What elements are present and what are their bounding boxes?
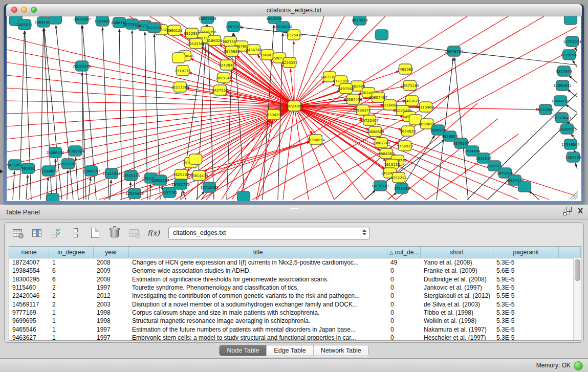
table-row[interactable]: 1456911722003Disruption of a novel membe…	[9, 300, 581, 308]
new-column-button[interactable]	[89, 226, 102, 239]
table-row[interactable]: 1830029562008Estimation of significance …	[9, 275, 581, 283]
graph-node[interactable]: 9875685	[224, 46, 239, 56]
graph-node[interactable]: 16648784	[445, 46, 463, 56]
graph-node[interactable]: 18807249	[372, 138, 390, 148]
table-row[interactable]: 2242004622012Investigating the contribut…	[9, 292, 581, 300]
scrollbar-thumb[interactable]	[575, 259, 580, 281]
column-header-short[interactable]: short	[421, 247, 493, 258]
graph-node[interactable]: 9227349	[556, 66, 572, 76]
graph-node[interactable]: 16914479	[190, 170, 208, 181]
graph-node[interactable]: 1167533	[565, 152, 581, 162]
graph-node[interactable]: 15718485	[200, 182, 219, 192]
graph-node[interactable]: 8960128	[166, 25, 182, 35]
graph-node[interactable]: 15720407	[360, 115, 379, 125]
table-mode-button[interactable]	[11, 226, 24, 239]
show-columns-button[interactable]	[30, 226, 43, 239]
graph-node[interactable]: 1527602	[94, 16, 110, 26]
graph-node[interactable]: 15751074	[563, 36, 581, 47]
graph-node[interactable]: 16033809	[198, 16, 216, 24]
graph-node[interactable]: 8252254	[390, 172, 407, 183]
network-canvas[interactable]: 1872400718300295193845547963822896012889…	[7, 16, 581, 201]
graph-node[interactable]: 2405574	[16, 19, 33, 30]
graph-node[interactable]: 7986372	[355, 105, 371, 115]
graph-node[interactable]: 12093832	[553, 80, 572, 91]
table-row[interactable]: 1872400712008Changes of HCN gene express…	[9, 258, 581, 267]
table-row[interactable]: 969969511998Structural magnetic resonanc…	[9, 317, 581, 325]
graph-node[interactable]	[237, 191, 250, 201]
graph-node[interactable]: 10958107	[151, 175, 169, 185]
graph-node[interactable]	[518, 182, 531, 192]
graph-node[interactable]: 8186328	[206, 35, 222, 46]
column-header-name[interactable]: name	[9, 247, 49, 258]
network-select-dropdown[interactable]: citations_edges.txt	[168, 227, 370, 239]
graph-node[interactable]: 2803144	[215, 73, 232, 83]
panel-drag-grip[interactable]	[290, 206, 298, 209]
graph-node[interactable]: 17359924	[66, 146, 84, 156]
column-header-out_de[interactable]: △out_de...	[387, 247, 421, 258]
graph-node[interactable]: 16543382	[187, 38, 205, 49]
graph-node[interactable]: 18300295	[265, 110, 283, 120]
graph-node[interactable]: 9457791	[161, 187, 177, 198]
network-window-titlebar[interactable]: citations_edges.txt	[6, 4, 582, 16]
table-row[interactable]: 1938455462009Genome-wide association stu…	[9, 267, 581, 275]
row-options-button[interactable]	[69, 226, 82, 239]
zoom-window-button[interactable]	[31, 7, 37, 13]
graph-node[interactable]: 8215358	[537, 104, 553, 115]
graph-node[interactable]: 1733426	[394, 183, 410, 193]
close-panel-icon[interactable]: X	[578, 207, 583, 215]
network-graph[interactable]: 1872400718300295193845547963822896012889…	[7, 16, 581, 201]
graph-node[interactable]: 7615526	[146, 23, 162, 33]
graph-node[interactable]: 12213389	[171, 82, 189, 92]
graph-node[interactable]: 7485063	[397, 64, 413, 74]
graph-node[interactable]: 17016504	[561, 139, 580, 149]
graph-node[interactable]: 9329966	[561, 50, 577, 60]
graph-node[interactable]: 8427552	[212, 85, 228, 95]
graph-node[interactable]: 8813014	[352, 16, 368, 25]
graph-node[interactable]: 15692971	[558, 124, 576, 134]
graph-node[interactable]	[564, 16, 577, 25]
delete-column-button[interactable]	[108, 226, 121, 239]
table-row[interactable]: 946362711997Embryonic stem cells: a mode…	[9, 334, 581, 341]
graph-node[interactable]: 13942757	[82, 166, 100, 176]
graph-node[interactable]: 20206576	[46, 147, 64, 158]
graph-node[interactable]: 9115460	[418, 102, 433, 112]
column-header-in_degree[interactable]: in_degree	[49, 247, 94, 258]
graph-node[interactable]: 9242848	[219, 60, 234, 70]
graph-node[interactable]: 10653287	[73, 16, 91, 24]
graph-node[interactable]: 8220357	[281, 57, 297, 68]
graph-node[interactable]	[189, 154, 202, 164]
graph-node[interactable]	[172, 53, 185, 63]
graph-node[interactable]: 2718176	[175, 65, 191, 76]
float-window-icon[interactable]	[563, 207, 572, 215]
graph-node[interactable]: 12975185	[401, 80, 419, 91]
graph-node[interactable]: 14136141	[371, 181, 389, 191]
graph-node[interactable]: 7625402	[173, 169, 189, 180]
tab-node-table[interactable]: Node Table	[220, 345, 267, 356]
tab-network-table[interactable]: Network Table	[314, 345, 368, 356]
table-row[interactable]: 946554611997Estimation of the future num…	[9, 325, 581, 333]
graph-node[interactable]: 6497568	[338, 83, 354, 94]
tab-edge-table[interactable]: Edge Table	[267, 345, 313, 356]
graph-node[interactable]: 391591	[21, 163, 35, 173]
import-table-button[interactable]	[127, 226, 141, 239]
graph-node[interactable]	[47, 193, 59, 201]
column-header-year[interactable]: year	[94, 247, 129, 258]
graph-node[interactable]	[376, 30, 388, 40]
column-header-title[interactable]: title	[129, 247, 387, 258]
graph-node[interactable]: 12444150	[551, 96, 570, 106]
function-builder-button[interactable]: f(x)	[147, 226, 160, 239]
graph-node[interactable]: 7857223	[225, 21, 241, 32]
graph-node[interactable]: 20053346	[73, 61, 91, 71]
graph-node[interactable]: 9756928	[397, 141, 412, 151]
resize-grip-icon[interactable]	[570, 191, 578, 200]
graph-node[interactable]: 12923448	[125, 188, 144, 199]
minimize-window-button[interactable]	[21, 7, 27, 13]
graph-node[interactable]: 16210643	[553, 113, 571, 123]
close-window-button[interactable]	[11, 7, 17, 13]
table-scrollbar[interactable]	[573, 258, 581, 340]
graph-node[interactable]: 11451914	[102, 168, 121, 179]
table-row[interactable]: 977716911998Corpus callosum shape and si…	[9, 309, 581, 317]
graph-node[interactable]: 10688609	[366, 126, 384, 137]
select-columns-button[interactable]: ✓✓	[50, 226, 63, 239]
graph-node[interactable]: 9463627	[404, 96, 420, 106]
